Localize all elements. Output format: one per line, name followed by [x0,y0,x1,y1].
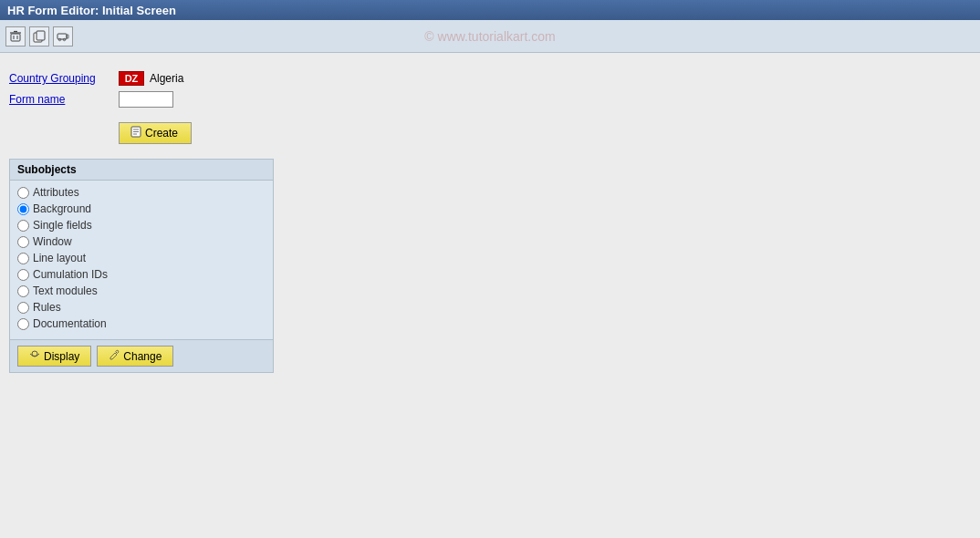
display-button-label: Display [44,350,79,363]
form-section: Country Grouping DZ Algeria Form name [9,71,971,108]
svg-rect-7 [57,34,67,39]
create-button[interactable]: Create [119,122,192,144]
subobject-radio-cumulation-ids[interactable] [17,269,29,281]
form-name-input[interactable] [119,91,173,108]
subobject-radio-line-layout[interactable] [17,253,29,264]
form-name-label[interactable]: Form name [9,93,119,106]
toolbar: © www.tutorialkart.com [0,20,980,53]
subobject-radio-text-modules[interactable] [17,285,29,297]
subobject-radio-documentation[interactable] [17,318,29,330]
svg-rect-8 [67,35,68,38]
subobject-label-window: Window [33,235,72,248]
change-button[interactable]: Change [97,346,173,367]
create-icon [130,126,141,140]
create-button-label: Create [145,127,178,140]
subobject-label-background: Background [33,202,91,215]
subobject-label-line-layout: Line layout [33,252,86,264]
form-name-row: Form name [9,91,971,108]
subobject-item-attributes[interactable]: Attributes [17,186,266,199]
subobject-label-documentation: Documentation [33,317,107,330]
subobject-radio-window[interactable] [17,236,29,248]
subobject-item-cumulation-ids[interactable]: Cumulation IDs [17,268,266,281]
change-button-label: Change [123,350,162,363]
subobject-label-single-fields: Single fields [33,219,92,232]
subobject-label-cumulation-ids: Cumulation IDs [33,268,108,281]
subobject-item-background[interactable]: Background [17,202,266,215]
delete-button[interactable] [5,26,26,47]
subobject-label-attributes: Attributes [33,186,79,199]
subobjects-panel: Subobjects AttributesBackgroundSingle fi… [9,159,274,373]
subobject-item-rules[interactable]: Rules [17,301,266,314]
subobject-item-single-fields[interactable]: Single fields [17,219,266,232]
subobjects-header: Subobjects [10,160,273,181]
subobjects-body: AttributesBackgroundSingle fieldsWindowL… [10,181,273,339]
subobjects-footer: Display Change [10,339,273,372]
country-code: DZ [119,71,144,86]
subobject-label-text-modules: Text modules [33,285,98,297]
main-content: Country Grouping DZ Algeria Form name Cr… [0,53,980,538]
display-icon [29,349,40,363]
subobject-item-window[interactable]: Window [17,235,266,248]
subobject-item-text-modules[interactable]: Text modules [17,285,266,297]
subobject-item-line-layout[interactable]: Line layout [17,252,266,264]
country-name: Algeria [150,72,183,85]
watermark: © www.tutorialkart.com [424,29,555,44]
title-bar: HR Form Editor: Initial Screen [0,0,980,20]
copy-button[interactable] [29,26,49,47]
create-area: Create [119,122,971,144]
subobject-item-documentation[interactable]: Documentation [17,317,266,330]
subobject-label-rules: Rules [33,301,61,314]
country-grouping-row: Country Grouping DZ Algeria [9,71,971,86]
transport-button[interactable] [53,26,73,47]
subobject-radio-single-fields[interactable] [17,220,29,232]
subobject-radio-background[interactable] [17,203,29,215]
subobject-radio-attributes[interactable] [17,187,29,199]
svg-rect-0 [11,34,20,41]
subobject-radio-rules[interactable] [17,302,29,314]
display-button[interactable]: Display [17,346,91,367]
title-text: HR Form Editor: Initial Screen [7,4,176,17]
change-icon [109,349,120,363]
country-grouping-label[interactable]: Country Grouping [9,72,119,85]
svg-rect-6 [36,31,45,40]
